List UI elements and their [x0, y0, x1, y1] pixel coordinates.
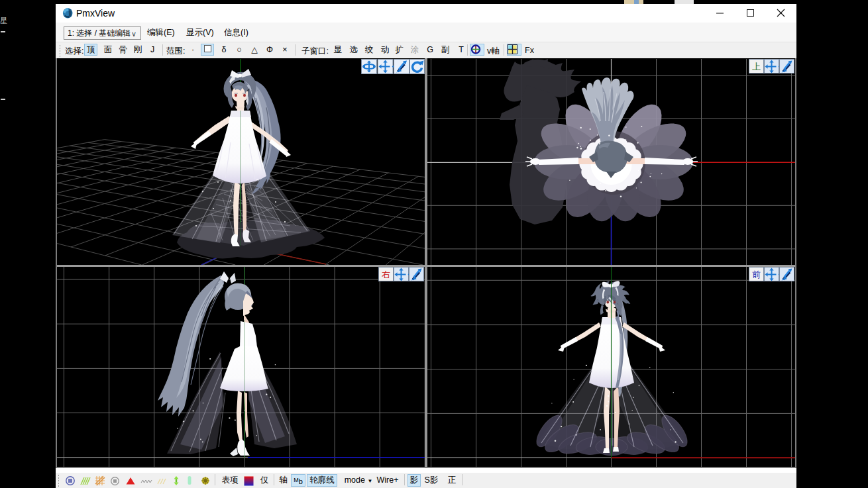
- svg-text:右: 右: [382, 269, 390, 279]
- svg-text:前: 前: [752, 269, 761, 279]
- svg-text:上: 上: [752, 62, 761, 72]
